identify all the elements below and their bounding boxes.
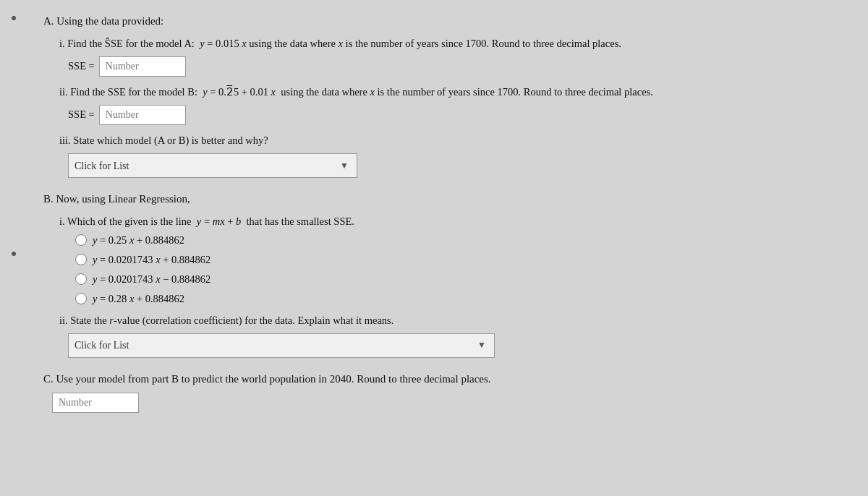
radio-item-3: y = 0.0201743 x − 0.884862 <box>75 273 846 286</box>
part-b-ii-label: ii. State the r-value (correlation coeff… <box>59 312 846 329</box>
number-c-row <box>52 393 846 413</box>
radio-option-4[interactable] <box>75 293 87 304</box>
section-c-header: C. Use your model from part B to predict… <box>43 371 846 388</box>
sse-a-label: SSE = <box>68 60 95 72</box>
section-b-header: B. Now, using Linear Regression, <box>43 191 846 208</box>
part-b-i-label: i. Which of the given is the line y = mx… <box>59 213 846 230</box>
dropdown-a-container: Click for List ▼ <box>68 153 846 178</box>
section-c: C. Use your model from part B to predict… <box>43 371 846 414</box>
sse-a-row: SSE = <box>68 56 846 77</box>
sse-a-input[interactable] <box>99 56 186 77</box>
dropdown-a-select[interactable]: Click for List <box>68 153 357 178</box>
sse-b-row: SSE = <box>68 105 846 125</box>
radio-item-1: y = 0.25 x + 0.884862 <box>75 234 846 247</box>
part-a-ii-label: ii. Find the SSE for the model B: y = 0.… <box>59 84 846 101</box>
sse-b-label: SSE = <box>68 108 95 121</box>
part-a-iii-label: iii. State which model (A or B) is bette… <box>59 132 846 149</box>
bullet-dots <box>12 16 16 256</box>
part-a-i: i. Find the ŜSE for the model A: y = 0.… <box>59 35 846 77</box>
section-a-header: A. Using the data provided: <box>43 13 846 30</box>
dropdown-b-container: Click for List ▼ <box>68 333 846 358</box>
part-b-ii: ii. State the r-value (correlation coeff… <box>59 312 846 358</box>
part-a-ii: ii. Find the SSE for the model B: y = 0.… <box>59 84 846 125</box>
radio-option-3[interactable] <box>75 273 87 285</box>
radio-label-2: y = 0.0201743 x + 0.884862 <box>93 254 210 266</box>
radio-label-1: y = 0.25 x + 0.884862 <box>93 234 184 247</box>
main-page: A. Using the data provided: i. Find the … <box>0 0 868 496</box>
dot-2 <box>12 252 16 256</box>
radio-option-1[interactable] <box>75 234 87 246</box>
radio-label-3: y = 0.0201743 x − 0.884862 <box>93 273 210 286</box>
section-a: A. Using the data provided: i. Find the … <box>43 13 846 178</box>
radio-option-2[interactable] <box>75 254 87 265</box>
radio-group-b-i: y = 0.25 x + 0.884862 y = 0.0201743 x + … <box>75 234 846 305</box>
radio-item-4: y = 0.28 x + 0.884862 <box>75 293 846 305</box>
number-c-input[interactable] <box>52 393 139 413</box>
radio-label-4: y = 0.28 x + 0.884862 <box>93 293 184 305</box>
sse-b-input[interactable] <box>99 105 186 125</box>
dot-1 <box>12 16 16 20</box>
part-a-i-label: i. Find the ŜSE for the model A: y = 0.… <box>59 35 846 52</box>
part-a-iii: iii. State which model (A or B) is bette… <box>59 132 846 178</box>
dropdown-b-select[interactable]: Click for List <box>68 333 495 358</box>
section-b: B. Now, using Linear Regression, i. Whic… <box>43 191 846 358</box>
radio-item-2: y = 0.0201743 x + 0.884862 <box>75 254 846 266</box>
part-b-i: i. Which of the given is the line y = mx… <box>59 213 846 305</box>
